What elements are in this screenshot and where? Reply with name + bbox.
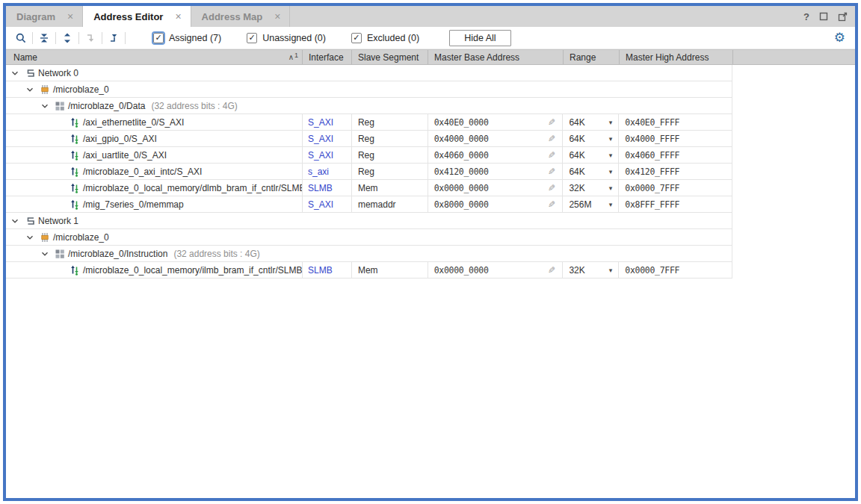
filter-excluded[interactable]: ✓ Excluded (0): [351, 33, 419, 43]
toolbar-separator: [32, 32, 33, 44]
column-header-slave-segment[interactable]: Slave Segment: [351, 50, 428, 64]
filter-unassigned[interactable]: ✓ Unassigned (0): [247, 33, 326, 43]
table-row[interactable]: /axi_uartlite_0/S_AXIS_AXIReg0x4060_0000…: [6, 147, 732, 164]
base-address-value: 0x0000_0000: [434, 265, 489, 276]
tab-address-map[interactable]: Address Map ×: [191, 6, 291, 27]
master-base-address-cell[interactable]: 0x0000_0000✎: [428, 180, 563, 196]
range-dropdown[interactable]: 64K▾: [562, 164, 618, 179]
excluded-checkbox[interactable]: ✓: [351, 33, 362, 43]
edit-pencil-icon[interactable]: ✎: [548, 167, 555, 177]
tab-diagram[interactable]: Diagram ×: [6, 6, 83, 27]
close-icon[interactable]: ×: [175, 11, 181, 22]
master-base-address-cell[interactable]: 0x40E0_0000✎: [428, 114, 563, 130]
help-icon[interactable]: ?: [803, 11, 809, 22]
column-header-interface[interactable]: Interface: [302, 50, 351, 64]
unassigned-checkbox[interactable]: ✓: [247, 33, 257, 43]
chevron-down-icon[interactable]: ▾: [609, 184, 613, 192]
tab-address-editor[interactable]: Address Editor ×: [83, 6, 191, 27]
table-row[interactable]: /microblaze_0/Data(32 address bits : 4G): [6, 98, 732, 114]
range-dropdown[interactable]: 64K▾: [562, 131, 618, 146]
column-header-name[interactable]: Name ∧1: [6, 50, 302, 64]
row-name-cell: /microblaze_0: [6, 229, 732, 245]
row-name-suffix: (32 address bits : 4G): [151, 101, 237, 111]
expand-caret-icon[interactable]: [9, 69, 21, 77]
tab-label: Diagram: [16, 11, 55, 22]
network-icon: [24, 68, 35, 78]
range-value: 64K: [569, 117, 584, 128]
interface-icon: [69, 134, 80, 144]
master-base-address-cell[interactable]: 0x4060_0000✎: [428, 147, 563, 163]
interface-link[interactable]: S_AXI: [302, 114, 351, 130]
edit-pencil-icon[interactable]: ✎: [548, 199, 555, 210]
table-row[interactable]: Network 0: [6, 65, 732, 81]
master-base-address-cell[interactable]: 0x4120_0000✎: [428, 164, 563, 179]
slave-segment-cell: Reg: [351, 164, 428, 179]
table-row[interactable]: /microblaze_0_axi_intc/S_AXIs_axiReg0x41…: [6, 164, 732, 180]
expand-caret-icon[interactable]: [24, 86, 36, 93]
interface-link[interactable]: SLMB: [302, 262, 351, 278]
hide-all-button[interactable]: Hide All: [449, 30, 510, 46]
master-high-address-cell: 0x4120_FFFF: [618, 164, 732, 179]
range-dropdown[interactable]: 32K▾: [562, 180, 618, 196]
table-row[interactable]: /microblaze_0: [6, 81, 732, 98]
range-dropdown[interactable]: 64K▾: [562, 114, 618, 130]
interface-link[interactable]: SLMB: [302, 180, 351, 196]
column-header-master-base-address[interactable]: Master Base Address: [428, 50, 563, 64]
interface-link[interactable]: S_AXI: [302, 196, 351, 212]
expand-caret-icon[interactable]: [24, 234, 36, 241]
chevron-down-icon[interactable]: ▾: [609, 201, 613, 208]
edit-pencil-icon[interactable]: ✎: [548, 183, 555, 193]
chevron-down-icon[interactable]: ▾: [609, 267, 613, 274]
row-name: /axi_ethernetlite_0/S_AXI: [83, 117, 184, 128]
expand-caret-icon[interactable]: [9, 217, 21, 225]
table-row[interactable]: /axi_ethernetlite_0/S_AXIS_AXIReg0x40E0_…: [6, 114, 732, 131]
base-address-value: 0x4000_0000: [434, 134, 489, 144]
chevron-down-icon[interactable]: ▾: [609, 135, 613, 143]
table-row[interactable]: /microblaze_0_local_memory/ilmb_bram_if_…: [6, 262, 732, 279]
master-base-address-cell[interactable]: 0x4000_0000✎: [428, 131, 563, 146]
expand-all-icon[interactable]: [58, 29, 76, 47]
window-controls: ?: [803, 6, 855, 27]
chevron-down-icon[interactable]: ▾: [609, 152, 613, 159]
table-row[interactable]: /microblaze_0_local_memory/dlmb_bram_if_…: [6, 180, 732, 196]
base-address-value: 0x8000_0000: [434, 199, 489, 210]
float-window-icon[interactable]: [838, 12, 848, 22]
master-base-address-cell[interactable]: 0x0000_0000✎: [428, 262, 563, 278]
move-up-icon[interactable]: [105, 29, 123, 47]
table-row[interactable]: /microblaze_0: [6, 229, 732, 246]
close-icon[interactable]: ×: [274, 11, 280, 22]
collapse-all-icon[interactable]: [35, 29, 53, 47]
slave-segment-cell: memaddr: [351, 196, 428, 212]
edit-pencil-icon[interactable]: ✎: [548, 265, 555, 276]
chevron-down-icon[interactable]: ▾: [609, 168, 613, 175]
slave-segment-cell: Reg: [351, 114, 428, 130]
table-row[interactable]: Network 1: [6, 213, 732, 229]
master-base-address-cell[interactable]: 0x8000_0000✎: [428, 196, 563, 212]
assigned-checkbox[interactable]: ✓: [153, 33, 164, 43]
column-header-master-high-address[interactable]: Master High Address: [619, 50, 732, 64]
range-dropdown[interactable]: 32K▾: [562, 262, 618, 278]
search-icon[interactable]: [12, 29, 30, 47]
expand-caret-icon[interactable]: [39, 102, 51, 110]
gear-icon[interactable]: ⚙: [834, 31, 845, 44]
edit-pencil-icon[interactable]: ✎: [548, 134, 555, 144]
chevron-down-icon[interactable]: ▾: [609, 119, 613, 126]
move-down-icon: [81, 29, 99, 47]
table-row[interactable]: /mig_7series_0/memmapS_AXImemaddr0x8000_…: [6, 196, 732, 213]
table-row[interactable]: /microblaze_0/Instruction(32 address bit…: [6, 246, 732, 262]
close-icon[interactable]: ×: [67, 11, 73, 22]
expand-caret-icon[interactable]: [39, 250, 51, 258]
column-header-range[interactable]: Range: [563, 50, 619, 64]
row-name-cell: /axi_uartlite_0/S_AXI: [6, 147, 302, 163]
interface-icon: [69, 150, 80, 161]
edit-pencil-icon[interactable]: ✎: [548, 150, 555, 161]
table-row[interactable]: /axi_gpio_0/S_AXIS_AXIReg0x4000_0000✎64K…: [6, 131, 732, 147]
interface-link[interactable]: s_axi: [302, 164, 351, 179]
range-dropdown[interactable]: 64K▾: [562, 147, 618, 163]
interface-link[interactable]: S_AXI: [302, 147, 351, 163]
interface-link[interactable]: S_AXI: [302, 131, 351, 146]
filter-assigned[interactable]: ✓ Assigned (7): [153, 33, 221, 43]
edit-pencil-icon[interactable]: ✎: [548, 117, 555, 128]
range-dropdown[interactable]: 256M▾: [562, 196, 618, 212]
maximize-icon[interactable]: [819, 12, 828, 21]
